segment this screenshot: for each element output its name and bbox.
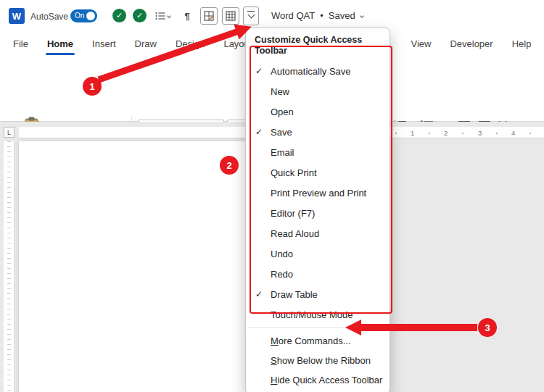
menu-item-save[interactable]: ✓ Save [246,122,390,142]
ruler-tick [529,133,531,134]
qat-pilcrow-button[interactable]: ¶ [180,7,194,25]
ruler-number: 1 [411,129,414,137]
ruler-tick [429,133,430,134]
menu-item-more-commands[interactable]: More Commands... [246,331,390,351]
tab-design[interactable]: Design [174,33,206,54]
check-icon: ✓ [252,289,266,299]
toggle-knob [86,12,95,20]
qat-customize-menu: Customize Quick Access Toolbar ✓ Automat… [245,28,390,392]
qat-list-button[interactable] [152,7,173,25]
qat-draw-table-button[interactable] [200,7,218,25]
document-title[interactable]: Word QAT • Saved [271,10,363,21]
qat-customize-dropdown-button[interactable] [243,7,259,25]
autosave-toggle[interactable]: On [70,9,97,22]
table-grid-icon [226,11,236,21]
menu-item-hide-quick-access-toolbar[interactable]: Hide Quick Access Toolbar [246,370,390,390]
word-logo-icon[interactable]: W [9,8,25,24]
ruler-number: 2 [444,129,448,137]
tab-stop-selector[interactable]: L [4,127,15,138]
document-title-text: Word QAT [271,10,315,21]
check-icon: ✓ [252,127,266,137]
title-separator: • [320,10,323,21]
menu-item-redo[interactable]: Redo [246,264,390,284]
tab-file[interactable]: File [12,33,30,54]
menu-item-automatically-save[interactable]: ✓ Automatically Save [246,61,390,81]
tab-help[interactable]: Help [511,33,533,54]
menu-item-show-below-the-ribbon[interactable]: Show Below the Ribbon [246,351,390,370]
autosave-label: AutoSave [30,12,68,22]
qat-autosave-check-icon[interactable]: ✓ [112,9,126,22]
menu-item-quick-print[interactable]: Quick Print [246,162,390,183]
chevron-down-icon [360,14,364,18]
pilcrow-icon: ¶ [184,11,189,22]
qat-table-button[interactable] [222,7,239,25]
check-icon: ✓ [252,66,266,76]
ruler-number: 4 [511,129,515,137]
menu-item-read-aloud[interactable]: Read Aloud [246,223,390,243]
menu-item-print-preview-and-print[interactable]: Print Preview and Print [246,183,390,203]
chevron-down-icon [167,14,171,18]
draw-table-icon [204,11,214,21]
menu-title: Customize Quick Access Toolbar [246,28,390,61]
ruler-number: 3 [478,129,482,137]
ruler-tick [395,133,397,134]
tab-home[interactable]: Home [46,33,75,54]
list-icon [155,12,165,20]
menu-item-undo[interactable]: Undo [246,243,390,264]
menu-item-new[interactable]: New [246,81,390,101]
menu-item-email[interactable]: Email [246,142,390,162]
menu-separator [247,328,389,328]
menu-item-touch-mouse-mode[interactable]: Touch/Mouse Mode [246,304,390,325]
word-window: W AutoSave On ✓ ✓ ¶ [0,0,544,392]
menu-item-open[interactable]: Open [246,101,390,122]
chevron-down-icon [247,12,255,19]
autosave-toggle-state: On [75,12,84,20]
save-status: Saved [329,10,355,21]
ruler-tick [462,133,463,134]
qat-save-check-icon[interactable]: ✓ [133,9,147,22]
tab-developer[interactable]: Developer [448,33,494,54]
ruler-tick [496,133,498,134]
vertical-ruler[interactable] [4,141,15,392]
menu-item-editor-f7[interactable]: Editor (F7) [246,203,390,223]
menu-item-draw-table[interactable]: ✓ Draw Table [246,284,390,304]
tab-draw[interactable]: Draw [133,33,158,54]
tab-insert[interactable]: Insert [91,33,118,54]
tab-view[interactable]: View [409,33,432,54]
